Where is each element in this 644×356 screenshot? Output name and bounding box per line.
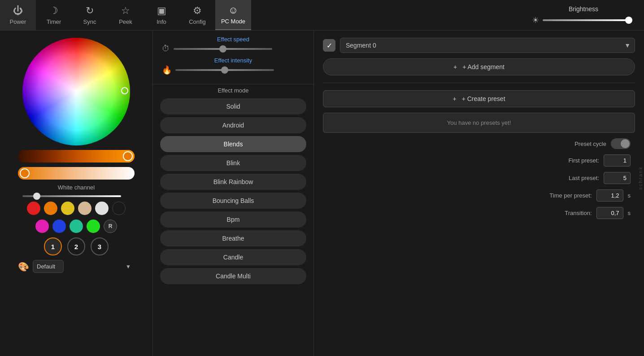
brightness-sun-icon: ☀	[532, 15, 539, 25]
info-icon: ▣	[157, 5, 166, 17]
swatch-black[interactable]	[112, 202, 126, 215]
nav-peek-label: Peek	[119, 18, 132, 25]
segment-select-wrap: Segment 0 Segment 1 Segment 2 ▼	[340, 38, 635, 53]
no-presets-box: You have no presets yet!	[323, 113, 635, 133]
nav-sync[interactable]: ↻ Sync	[72, 0, 108, 30]
power-icon: ⏻	[13, 5, 23, 17]
pc-mode-icon: ☺	[228, 4, 238, 16]
swatch-green[interactable]	[87, 220, 100, 233]
effect-bpm[interactable]: Bpm	[160, 211, 306, 228]
effect-candle[interactable]: Candle	[160, 249, 306, 265]
transition-input[interactable]	[596, 207, 623, 219]
effect-android[interactable]: Android	[160, 117, 306, 133]
swatch-magenta[interactable]	[35, 220, 49, 233]
segment-row: ✓ Segment 0 Segment 1 Segment 2 ▼	[323, 38, 635, 53]
color-btn-2[interactable]: 2	[67, 237, 85, 255]
nav-power-label: Power	[10, 18, 26, 25]
sync-icon: ↻	[86, 5, 94, 17]
create-preset-label: + Create preset	[462, 95, 505, 102]
nav-info[interactable]: ▣ Info	[144, 0, 179, 30]
effect-mode-label: Effect mode	[153, 84, 313, 97]
white-channel-slider[interactable]	[22, 195, 121, 197]
top-navigation: ⏻ Power ☽ Timer ↻ Sync ☆ Peek ▣ Info ⚙ C…	[0, 0, 644, 31]
left-panel: White channel R 1 2 3	[0, 31, 152, 356]
nav-timer-label: Timer	[47, 18, 61, 25]
effect-intensity-slider[interactable]	[175, 69, 274, 71]
palette-chevron-icon: ▼	[126, 264, 131, 270]
last-preset-input[interactable]	[604, 172, 631, 184]
swatch-teal[interactable]	[70, 220, 83, 233]
first-preset-input[interactable]	[604, 154, 631, 167]
hue-slider-handle[interactable]	[123, 151, 133, 161]
swatch-row-2: R	[35, 220, 117, 233]
swatch-red[interactable]	[27, 202, 40, 215]
nav-sync-label: Sync	[83, 18, 96, 25]
swatch-skin[interactable]	[78, 202, 91, 215]
effect-blink-rainbow[interactable]: Blink Rainbow	[160, 174, 306, 190]
effect-controls: Effect speed ⏱ Effect intensity 🔥	[153, 31, 313, 84]
brightness-area: Brightness ☀	[523, 0, 644, 30]
effect-candle-multi[interactable]: Candle Multi	[160, 268, 306, 284]
color-btn-1[interactable]: 1	[44, 237, 62, 255]
nav-peek[interactable]: ☆ Peek	[108, 0, 144, 30]
white-channel-label: White channel	[58, 184, 95, 191]
segment-select[interactable]: Segment 0 Segment 1 Segment 2	[340, 38, 635, 53]
nav-power[interactable]: ⏻ Power	[0, 0, 36, 30]
nav-pc-mode-label: PC Mode	[221, 18, 245, 25]
palette-select[interactable]: Default Random Party Cloud Lava Ocean Fo…	[33, 260, 64, 273]
swatch-blue[interactable]	[52, 220, 66, 233]
effect-solid[interactable]: Solid	[160, 98, 306, 114]
create-preset-plus-icon: +	[453, 95, 456, 102]
effect-intensity-row: 🔥	[162, 65, 305, 75]
create-preset-button[interactable]: + + Create preset	[323, 90, 635, 107]
nav-config[interactable]: ⚙ Config	[179, 0, 215, 30]
nav-config-label: Config	[189, 18, 206, 25]
brightness-row: ☀	[532, 15, 635, 25]
middle-panel: Effect speed ⏱ Effect intensity 🔥 Effect…	[152, 31, 314, 356]
preset-cycle-toggle[interactable]	[611, 138, 631, 149]
nav-timer[interactable]: ☽ Timer	[36, 0, 72, 30]
effect-speed-slider[interactable]	[174, 48, 272, 50]
preset-cycle-label: Preset cycle	[574, 141, 606, 147]
add-segment-button[interactable]: + + Add segment	[323, 58, 635, 75]
effect-bouncing-balls[interactable]: Bouncing Balls	[160, 193, 306, 209]
white-channel-slider-row	[22, 195, 130, 197]
color-palette-row: 🎨 Default Random Party Cloud Lava Ocean …	[18, 260, 135, 273]
swatch-white[interactable]	[95, 202, 109, 215]
effects-list: Solid Android Blends Blink Blink Rainbow…	[153, 97, 313, 356]
segment-checkbox[interactable]: ✓	[323, 39, 335, 52]
timer-icon: ☽	[49, 5, 58, 17]
swatch-random[interactable]: R	[104, 220, 117, 233]
brightness-label: Brightness	[569, 5, 598, 13]
nav-info-label: Info	[157, 18, 166, 25]
time-per-preset-label: Time per preset:	[549, 192, 592, 199]
transition-label: Transition:	[565, 210, 592, 216]
swatch-yellow[interactable]	[61, 202, 74, 215]
effect-blink[interactable]: Blink	[160, 155, 306, 171]
effect-blends[interactable]: Blends	[160, 136, 306, 152]
color-wheel-dark-overlay	[22, 38, 130, 145]
nav-pc-mode[interactable]: ☺ PC Mode	[215, 0, 251, 30]
color-btn-3[interactable]: 3	[91, 237, 109, 255]
effect-breathe[interactable]: Breathe	[160, 230, 306, 246]
white-saturation-handle[interactable]	[20, 168, 30, 178]
preset-cycle-toggle-knob	[621, 139, 630, 148]
no-presets-text: You have no presets yet!	[447, 119, 511, 126]
time-per-preset-unit: s	[628, 192, 631, 199]
speed-icon: ⏱	[162, 44, 170, 53]
first-preset-row: First preset:	[323, 154, 635, 167]
color-wheel-handle[interactable]	[121, 87, 128, 94]
hue-slider-wrap	[18, 150, 135, 163]
swatch-row-1	[27, 202, 126, 215]
effect-intensity-label: Effect intensity	[162, 57, 305, 64]
color-wheel-container[interactable]	[22, 38, 130, 145]
add-segment-label: + Add segment	[462, 63, 505, 70]
hue-slider-track[interactable]	[18, 150, 135, 163]
transition-unit: s	[628, 210, 631, 216]
time-per-preset-input[interactable]	[596, 189, 623, 202]
brightness-slider[interactable]	[543, 19, 632, 21]
config-icon: ⚙	[193, 5, 202, 17]
swatch-orange[interactable]	[44, 202, 57, 215]
separator	[323, 83, 635, 83]
white-saturation-track[interactable]	[18, 167, 135, 180]
